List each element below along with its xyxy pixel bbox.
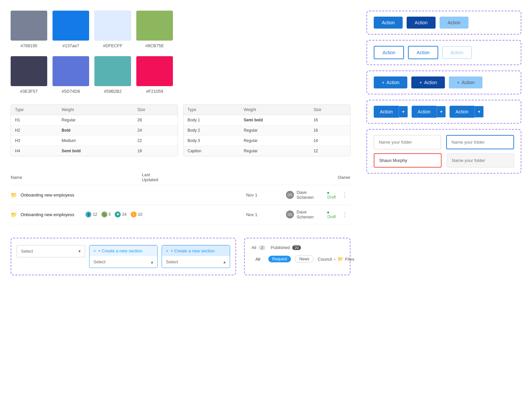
split-btn-3-arrow[interactable]: ▾ (474, 106, 483, 117)
solid-btn-3[interactable]: Action (440, 17, 468, 29)
icon-btn-3[interactable]: + Action (449, 76, 482, 88)
menu-dots[interactable]: ⋮ (339, 191, 350, 199)
menu-dots[interactable]: ⋮ (339, 211, 350, 218)
tag-request[interactable]: Request (268, 256, 291, 262)
select-2-create-item[interactable]: + + Create a new section (89, 246, 157, 256)
owner-col-header: Owner (338, 175, 350, 180)
col-size: Size (310, 105, 350, 115)
swatch-block (11, 56, 47, 86)
breadcrumb-council: Council (318, 257, 332, 262)
color-swatch: #DFECFF (94, 11, 131, 48)
last-updated-cell: Nov 1 (246, 212, 286, 217)
split-btn-1-main[interactable]: Action (374, 106, 399, 118)
swatch-block (136, 11, 173, 41)
folder-icon: 📁 (337, 256, 343, 262)
avatar: DS (286, 210, 294, 218)
table-cell: Semi bold (58, 146, 133, 156)
table-row: H3Medium22 (11, 136, 178, 146)
table-row: H1Regular28 (11, 115, 178, 125)
color-swatch: #8CB75E (136, 11, 173, 48)
input-disabled (447, 153, 514, 168)
split-btn-1-arrow[interactable]: ▾ (399, 106, 408, 117)
table-row: CaptionRegular12 (184, 146, 350, 156)
badge-icon: ⚑ (115, 211, 121, 217)
select-3-create-item[interactable]: + + Create a new section (162, 246, 230, 256)
bottom-section: Select ▾ + + Create a new section (11, 238, 350, 275)
file-badge: 🔖 5 (101, 211, 111, 217)
tag-news[interactable]: News (295, 255, 314, 263)
outlined-buttons-box: Action Action Action (366, 40, 521, 65)
table-row: H2Bold24 (11, 125, 178, 136)
swatch-label: #3E3F57 (20, 89, 38, 94)
swatch-block (94, 56, 131, 86)
status-badge: Draft (327, 210, 339, 219)
col-size: Size (133, 105, 178, 115)
swatch-label: #59B2B2 (104, 89, 122, 94)
create-section-label-3: + Create a new section (171, 248, 215, 253)
outline-btn-2[interactable]: Action (408, 46, 438, 59)
color-swatch: #5D74D8 (53, 56, 89, 94)
tab-published[interactable]: Published 20 (271, 244, 301, 251)
select-2-dropdown-list: + + Create a new section (89, 245, 157, 256)
input-error[interactable] (374, 153, 442, 168)
file-name-text: Onboarding new employess (21, 212, 74, 217)
split-btn-3-main[interactable]: Action (450, 106, 474, 118)
swatch-block (53, 11, 89, 41)
solid-btn-2[interactable]: Action (407, 17, 436, 29)
col-weight: Weight (58, 105, 133, 115)
select-3-top[interactable]: Select ▴ (162, 256, 230, 268)
last-updated-col-header: Last Updated (142, 172, 158, 182)
col-type: Type (11, 105, 58, 115)
table-cell: Regular (58, 115, 133, 125)
input-default[interactable] (374, 135, 441, 149)
breadcrumb: Council › 📁 Files (318, 256, 354, 262)
table-cell: Regular (240, 136, 310, 146)
swatch-label: #DFECFF (103, 43, 123, 48)
col-type: Type (184, 105, 240, 115)
chevron-down-icon: ▾ (78, 249, 81, 254)
chevron-up-icon: ▴ (223, 259, 226, 264)
file-badges: 👤 12 🔖 5 ⚑ 24 ! 10 (85, 211, 142, 217)
outline-btn-row: Action Action Action (374, 46, 514, 59)
icon-buttons-box: + Action + Action + Action (366, 70, 521, 94)
tabs-row-2: All Request News Council › 📁 Files (251, 255, 343, 263)
icon-btn-2[interactable]: + Action (411, 76, 445, 88)
select-3[interactable]: + + Create a new section Select ▴ (162, 245, 230, 268)
select-1[interactable]: Select ▾ (17, 245, 85, 257)
tab-all[interactable]: All 2 (251, 244, 265, 251)
badge-icon: 👤 (85, 211, 91, 217)
icon-btn-1[interactable]: + Action (374, 76, 407, 88)
swatch-label: #5D74D8 (62, 89, 80, 94)
outline-btn-1[interactable]: Action (374, 46, 404, 59)
tab-all-count: 2 (259, 245, 265, 250)
color-swatch: #F21059 (136, 56, 173, 94)
chevron-right-icon: › (334, 257, 335, 262)
table-cell: Body 2 (184, 125, 240, 136)
outline-btn-3[interactable]: Action (442, 46, 472, 59)
swatch-block (53, 56, 89, 86)
split-btn-2-arrow[interactable]: ▾ (437, 106, 446, 117)
input-focused[interactable] (446, 135, 514, 149)
file-name: 📁 Onboarding new employess (11, 192, 246, 198)
select-2[interactable]: + + Create a new section Select ▴ (89, 245, 158, 268)
input-row-2 (374, 153, 514, 168)
name-col-header: Name (11, 175, 22, 180)
split-btn-2-main[interactable]: Action (412, 106, 437, 118)
tag-all[interactable]: All (251, 256, 264, 263)
solid-btn-1[interactable]: Action (374, 17, 403, 29)
split-buttons-box: Action ▾ Action ▾ Action ▾ (366, 100, 521, 124)
badge-count: 12 (93, 212, 97, 217)
select-2-top[interactable]: Select ▴ (89, 256, 157, 268)
table-cell: H3 (11, 136, 58, 146)
table-row: H4Semi bold18 (11, 146, 178, 156)
select-2-wrapper: + + Create a new section Select ▴ (89, 245, 158, 268)
select-3-placeholder: Select (166, 259, 178, 264)
folder-icon: 📁 (11, 211, 17, 218)
owner-name: Dave Schenen (297, 209, 325, 219)
table-cell: Regular (240, 146, 310, 156)
select-1-wrapper: Select ▾ (17, 245, 85, 268)
split-btn-3: Action ▾ (450, 106, 483, 118)
file-badge: ⚑ 24 (115, 211, 126, 217)
swatch-block (94, 11, 131, 41)
file-list: Name Last Updated Owner 📁 Onboarding new… (11, 170, 350, 224)
